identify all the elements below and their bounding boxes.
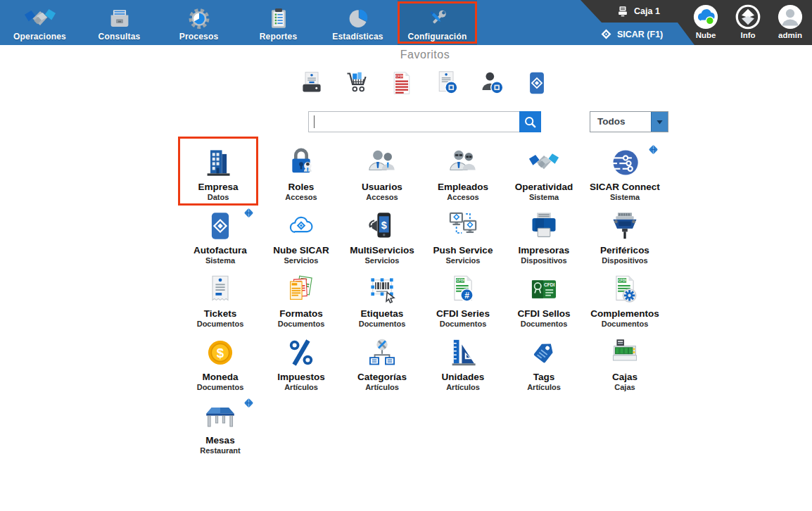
grid-item-push-service[interactable]: Push ServiceServicios (423, 206, 503, 265)
app-title-label: SICAR (F1) (617, 30, 663, 39)
ruler-icon (448, 337, 478, 368)
svg-text:CFDI: CFDI (395, 75, 403, 78)
grid-item-perifericos[interactable]: PeriféricosDispositivos (585, 206, 665, 265)
grid-item-icon-area: $ (180, 333, 260, 368)
grid-item-label: Cajas (612, 372, 637, 382)
favorite-item-5[interactable] (479, 68, 505, 96)
caret-down-icon[interactable] (651, 112, 668, 132)
grid-item-impresoras[interactable]: ImpresorasDispositivos (504, 206, 584, 265)
station-indicator: Caja 1 (616, 5, 660, 18)
grid-item-categorias[interactable]: CategoríasArtículos (342, 333, 422, 391)
grid-item-roles[interactable]: RolesAccesos (261, 143, 341, 201)
favorite-item-2[interactable] (344, 68, 369, 96)
users-icon (367, 147, 398, 178)
employees-icon (448, 147, 478, 178)
autofactura-card-icon (205, 210, 236, 241)
nav-item-operaciones[interactable]: Operaciones (0, 0, 80, 45)
nav-item-configuracion[interactable]: Configuración (398, 0, 477, 45)
grid-item-impuestos[interactable]: ImpuestosArtículos (261, 333, 341, 391)
grid-item-nube-sicar[interactable]: Nube SICARServicios (261, 206, 341, 265)
cfdi-series-icon: CFDI# (448, 274, 478, 305)
grid-item-sublabel: Sistema (610, 193, 640, 201)
grid-item-sublabel: Accesos (366, 193, 398, 201)
grid-item-icon-area (585, 206, 665, 241)
search-icon (524, 115, 537, 129)
grid-item-etiquetas[interactable]: EtiquetasDocumentos (342, 270, 422, 328)
grid-item-label: Etiquetas (361, 308, 404, 319)
grid-item-sicar-connect[interactable]: SICAR ConnectSistema (585, 143, 665, 201)
grid-item-sublabel: Cajas (614, 383, 635, 391)
grid-item-autofactura[interactable]: AutofacturaSistema (180, 206, 260, 265)
grid-item-sublabel: Datos (208, 193, 229, 201)
grid-item-label: Empleados (438, 182, 488, 192)
phone-dollar-icon: $ (367, 210, 398, 241)
grid-item-formatos[interactable]: FormatosDocumentos (261, 270, 341, 328)
grid-item-sublabel: Dispositivos (521, 256, 566, 265)
favorite-item-1[interactable] (299, 68, 324, 96)
grid-item-usuarios[interactable]: UsuariosAccesos (342, 143, 422, 201)
text-cursor (314, 115, 315, 128)
grid-item-icon-area (261, 143, 341, 178)
grid-item-cajas[interactable]: CajasCajas (585, 333, 665, 391)
pie-chart-icon (342, 6, 374, 31)
filter-dropdown[interactable]: Todos (590, 111, 668, 132)
grid-item-label: SICAR Connect (590, 182, 660, 192)
sicar-configuracion-screen: OperacionesConsultasProcesosReportesEsta… (0, 0, 812, 511)
grid-item-empleados[interactable]: EmpleadosAccesos (423, 143, 503, 201)
nav-item-reportes[interactable]: Reportes (239, 0, 318, 45)
grid-item-sublabel: Restaurant (200, 446, 240, 455)
grid-item-mesas[interactable]: MesasRestaurant (180, 396, 260, 455)
grid-item-label: Periféricos (600, 245, 649, 255)
grid-item-label: MultiServicios (350, 245, 414, 255)
grid-item-cfdi-sellos[interactable]: CFDICFDI SellosDocumentos (504, 270, 584, 328)
categories-icon (367, 337, 398, 368)
nav-item-label: Consultas (99, 32, 141, 42)
grid-item-tags[interactable]: TagsArtículos (504, 333, 584, 391)
svg-text:CFDI: CFDI (456, 279, 464, 282)
cash-register-icon (616, 5, 629, 18)
status-item-admin[interactable]: admin (773, 4, 808, 39)
grid-item-icon-area (585, 143, 665, 178)
grid-item-tickets[interactable]: TicketsDocumentos (180, 270, 260, 328)
svg-text:$: $ (217, 346, 224, 360)
grid-item-cfdi-series[interactable]: CFDI#CFDI SeriesDocumentos (423, 270, 503, 328)
svg-text:CFDI: CFDI (544, 282, 555, 287)
grid-item-icon-area (423, 143, 503, 178)
favorite-item-3[interactable]: CFDI (389, 68, 414, 96)
nav-item-label: Configuración (408, 32, 467, 42)
grid-item-sublabel: Artículos (365, 383, 399, 391)
favorite-item-4[interactable] (434, 68, 459, 96)
grid-item-empresa[interactable]: EmpresaDatos (178, 137, 258, 206)
favorite-item-6[interactable] (524, 68, 550, 96)
nav-item-label: Procesos (179, 32, 219, 42)
grid-item-moneda[interactable]: $MonedaDocumentos (180, 333, 260, 391)
grid-item-sublabel: Documentos (359, 320, 406, 328)
grid-item-operatividad[interactable]: OperatividadSistema (504, 143, 584, 201)
grid-item-sublabel: Servicios (446, 256, 481, 265)
grid-item-label: Impresoras (519, 245, 570, 255)
status-item-label: Info (740, 31, 755, 39)
nav-item-procesos[interactable]: Procesos (159, 0, 239, 45)
filter-selected-value: Todos (590, 112, 651, 132)
favorites-title: Favoritos (355, 49, 495, 61)
grid-item-sublabel: Accesos (447, 193, 478, 201)
grid-item-multiservicios[interactable]: $MultiServiciosServicios (342, 206, 422, 265)
status-item-nube[interactable]: Nube (688, 4, 723, 39)
grid-item-icon-area (342, 270, 422, 305)
tools-icon (421, 6, 454, 31)
grid-item-complementos[interactable]: CFDIComplementosDocumentos (585, 270, 665, 328)
search-button[interactable] (519, 111, 541, 132)
sicar-diamond-icon (600, 28, 612, 40)
lock-user-icon (286, 147, 317, 178)
archive-icon (103, 6, 136, 31)
cash-drawer-icon (609, 337, 640, 368)
cfdi-stamp-icon: CFDI (528, 274, 559, 305)
svg-text:CFDI: CFDI (618, 279, 626, 282)
nav-item-estadisticas[interactable]: Estadísticas (318, 0, 398, 45)
grid-item-unidades[interactable]: UnidadesArtículos (423, 333, 503, 391)
search-input[interactable] (308, 111, 519, 132)
grid-item-label: CFDI Sellos (517, 308, 570, 319)
status-item-info[interactable]: Info (730, 4, 766, 39)
grid-item-label: Autofactura (194, 245, 247, 255)
nav-item-consultas[interactable]: Consultas (80, 0, 159, 45)
